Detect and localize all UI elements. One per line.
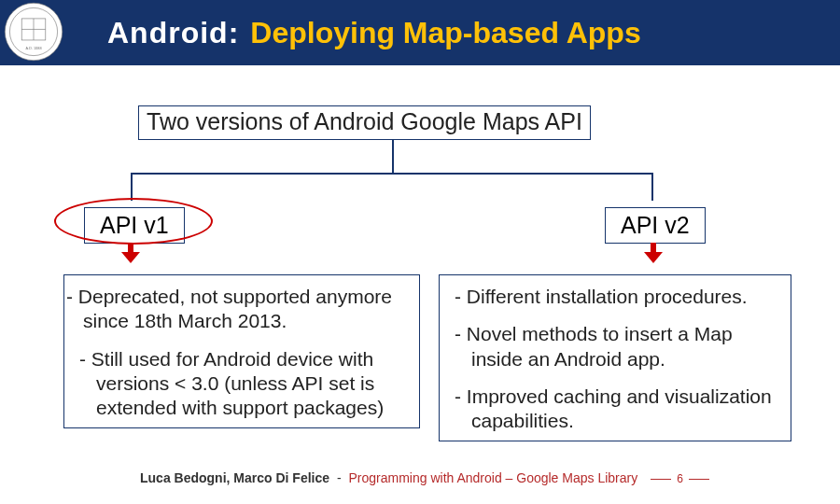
connector-vertical: [392, 140, 394, 173]
svg-marker-7: [121, 252, 140, 263]
api-v1-description: - Deprecated, not supported anymore sinc…: [63, 274, 420, 428]
v2-point-3: - Improved caching and visualization cap…: [449, 385, 781, 434]
title-prefix: Android:: [107, 16, 239, 50]
intro-box: Two versions of Android Google Maps API: [138, 105, 591, 140]
title-accent: Deploying Map-based Apps: [250, 16, 640, 50]
down-arrow-icon: [644, 243, 663, 263]
api-v2-node: API v2: [605, 207, 706, 244]
v2-point-1: - Different installation procedures.: [449, 285, 781, 309]
v2-point-2: - Novel methods to insert a Map inside a…: [449, 322, 781, 371]
slide-footer: Luca Bedogni, Marco Di Felice - Programm…: [140, 470, 637, 485]
footer-course: Programming with Android – Google Maps L…: [349, 470, 638, 485]
svg-text:A.D. 1088: A.D. 1088: [25, 47, 41, 50]
page-number-value: 6: [677, 472, 683, 485]
page-number: 6: [651, 472, 709, 485]
api-v1-label: API v1: [100, 212, 169, 238]
down-arrow-icon: [121, 243, 140, 263]
v1-point-1: - Deprecated, not supported anymore sinc…: [74, 285, 410, 334]
footer-authors: Luca Bedogni, Marco Di Felice: [140, 470, 329, 485]
slide-title: Android: Deploying Map-based Apps: [107, 16, 641, 50]
connector-right-drop: [651, 173, 653, 201]
connector-left-drop: [131, 173, 133, 201]
api-v2-description: - Different installation procedures. - N…: [439, 274, 791, 441]
api-v2-label: API v2: [621, 212, 690, 238]
intro-text: Two versions of Android Google Maps API: [147, 108, 582, 134]
title-bar: Android: Deploying Map-based Apps: [0, 0, 840, 65]
svg-rect-6: [128, 243, 133, 252]
connector-horizontal: [131, 173, 653, 175]
svg-rect-8: [651, 243, 656, 252]
api-v1-node: API v1: [84, 207, 185, 244]
svg-marker-9: [644, 252, 663, 263]
university-seal-logo: A.D. 1088: [4, 2, 63, 62]
v1-point-2: - Still used for Android device with ver…: [74, 347, 410, 421]
